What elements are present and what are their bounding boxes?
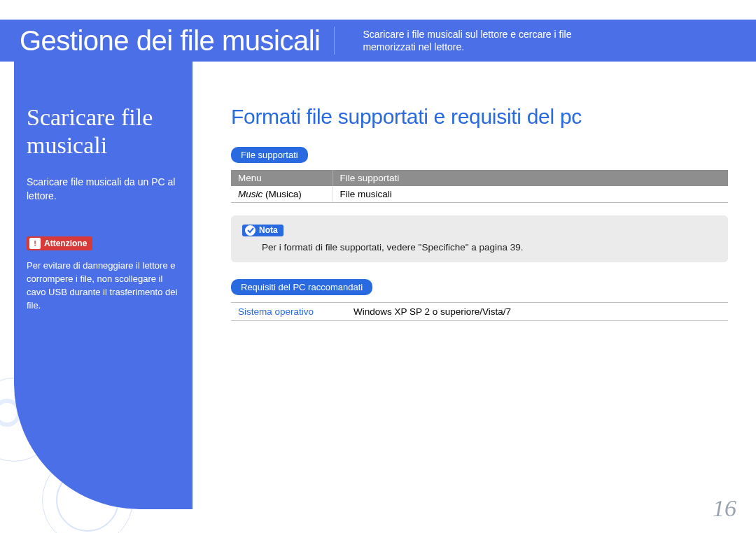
table-row: Music (Musica) File musicali <box>231 186 728 203</box>
table-header-menu: Menu <box>231 170 332 186</box>
attention-label: Attenzione <box>44 239 87 248</box>
note-badge: Nota <box>242 225 284 236</box>
table-cell-supported: File musicali <box>332 186 728 203</box>
menu-name-italic: Music <box>238 189 262 199</box>
table-header-supported: File supportati <box>332 170 728 186</box>
page-header: Gestione dei file musicali Scaricare i f… <box>0 20 756 62</box>
supported-files-pill: File supportati <box>231 147 308 163</box>
page-header-subtitle: Scaricare i file musicali sul lettore e … <box>335 28 643 53</box>
note-label: Nota <box>259 225 278 235</box>
pc-requirements-table: Sistema operativo Windows XP SP 2 o supe… <box>231 302 728 321</box>
main-content: Formati file supportati e requisiti del … <box>231 105 735 321</box>
req-label: Sistema operativo <box>231 302 346 320</box>
sidebar-subtitle: Scaricare file musicali da un PC al lett… <box>27 175 180 203</box>
page-number: 16 <box>713 495 736 522</box>
section-title: Formati file supportati e requisiti del … <box>231 105 735 129</box>
menu-name-plain: (Musica) <box>262 189 302 199</box>
note-body: Per i formati di file supportati, vedere… <box>242 242 717 253</box>
sidebar-title: Scaricare file musicali <box>27 104 180 159</box>
note-box: Nota Per i formati di file supportati, v… <box>231 215 728 262</box>
attention-icon: ! <box>29 238 41 249</box>
attention-body: Per evitare di danneggiare il lettore e … <box>27 259 180 312</box>
table-cell-menu: Music (Musica) <box>231 186 332 203</box>
pc-requirements-pill: Requisiti del PC raccomandati <box>231 279 372 295</box>
req-value: Windows XP SP 2 o superiore/Vista/7 <box>346 302 728 320</box>
sidebar: Scaricare file musicali Scaricare file m… <box>14 62 192 509</box>
check-icon <box>245 225 255 236</box>
attention-badge: ! Attenzione <box>27 236 92 250</box>
table-row: Sistema operativo Windows XP SP 2 o supe… <box>231 302 728 320</box>
supported-files-table: Menu File supportati Music (Musica) File… <box>231 170 728 203</box>
page-header-title: Gestione dei file musicali <box>0 25 320 57</box>
